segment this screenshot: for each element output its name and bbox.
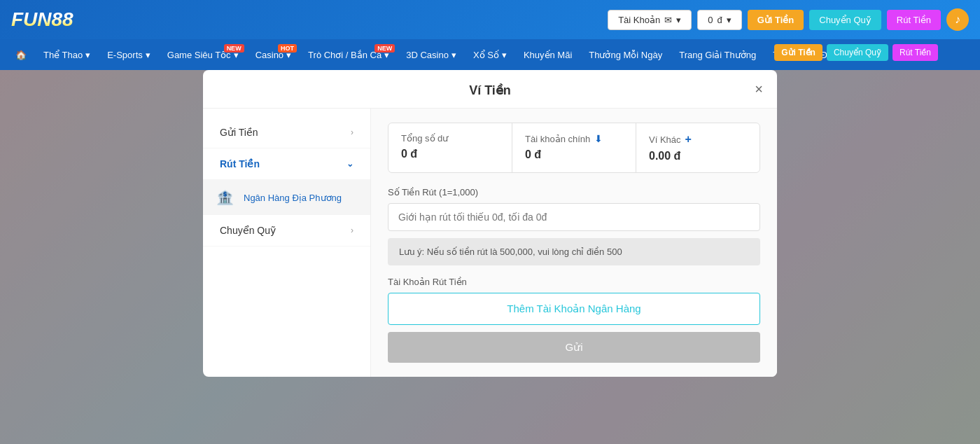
sidebar-ngan-hang-label: Ngân Hàng Địa Phương — [244, 193, 342, 203]
nav-game-sieu-toc-label: Game Siêu Tốc — [167, 50, 231, 60]
account-label: Tài Khoản — [618, 15, 660, 25]
bank-icon: 🏦 — [214, 187, 235, 208]
modal-title: Ví Tiền — [469, 83, 511, 98]
submit-button[interactable]: Gửi — [388, 332, 760, 363]
balance-row: Tổng số dư 0 đ Tài khoản chính ⬇ 0 đ Ví … — [388, 123, 760, 173]
tai-khoan-chinh-value: 0 đ — [525, 148, 623, 161]
bank-section-label: Tài Khoản Rút Tiền — [388, 277, 760, 287]
sidebar-chuyen-quy-label: Chuyển Quỹ — [220, 225, 276, 236]
sidebar-rut-tien-chevron: ⌄ — [346, 159, 354, 169]
nav-xo-so-label: Xổ Số — [473, 50, 499, 60]
amount-input[interactable] — [388, 203, 760, 231]
nav-the-thao[interactable]: Thể Thao ▾ — [36, 46, 97, 64]
nav-trang-giai-thuong-label: Trang Giải Thưởng — [679, 50, 756, 60]
nav-tro-choi-label: Trò Chơi / Bắn Cá — [308, 50, 382, 60]
gui-tien-button[interactable]: Gửi Tiền — [748, 10, 804, 30]
header-nav-overlay: Gửi Tiền Chuyển Quỹ Rút Tiền — [774, 39, 938, 66]
logo: FUN88 — [11, 8, 74, 31]
tro-choi-badge: NEW — [374, 44, 395, 53]
form-note: Lưu ý: Nếu số tiền rút là 500,000, vui l… — [388, 238, 760, 265]
game-sieu-toc-badge: NEW — [224, 44, 244, 53]
nav-casino[interactable]: HOT Casino ▾ — [248, 46, 298, 64]
nav-home[interactable]: 🏠 — [8, 46, 34, 64]
sidebar-gui-tien-label: Gửi Tiền — [220, 127, 258, 138]
sidebar-rut-tien-label: Rút Tiền — [220, 158, 260, 169]
nav-game-sieu-toc[interactable]: NEW Game Siêu Tốc ▾ — [160, 46, 246, 64]
tong-so-du-card: Tổng số dư 0 đ — [388, 123, 512, 172]
rut-tien-button[interactable]: Rút Tiền — [887, 10, 941, 30]
tong-so-du-label: Tổng số dư — [401, 133, 499, 144]
overlay-rut-tien-button[interactable]: Rút Tiền — [892, 44, 938, 61]
nav-esports-chevron: ▾ — [146, 50, 150, 60]
nav-khuyen-mai-label: Khuyến Mãi — [524, 50, 572, 60]
nav-the-thao-label: Thể Thao — [43, 50, 83, 60]
nav-esports-label: E-Sports — [107, 50, 143, 60]
add-vi-khac-icon[interactable]: + — [685, 133, 692, 146]
nav-3d-casino[interactable]: 3D Casino ▾ — [399, 46, 463, 64]
modal-header: Ví Tiền × — [203, 70, 777, 109]
balance-button[interactable]: 0 đ ▾ — [697, 10, 741, 30]
sidebar-chuyen-quy[interactable]: Chuyển Quỹ › — [203, 215, 370, 247]
sidebar-rut-tien[interactable]: Rút Tiền ⌄ — [203, 148, 370, 180]
home-icon: 🏠 — [15, 50, 27, 60]
vi-khac-label: Ví Khác + — [649, 133, 747, 146]
nav-esports[interactable]: E-Sports ▾ — [100, 46, 158, 64]
nav-thuong-moi-ngay[interactable]: Thưởng Mỗi Ngày — [582, 46, 669, 64]
user-avatar[interactable]: ♪ — [946, 8, 969, 31]
account-mail-icon: ✉ — [664, 15, 672, 25]
tai-khoan-chinh-card: Tài khoản chính ⬇ 0 đ — [512, 123, 636, 172]
balance-dropdown-icon: ▾ — [727, 15, 732, 25]
nav-xo-so-chevron: ▾ — [502, 50, 507, 60]
nav-trang-giai-thuong[interactable]: Trang Giải Thưởng — [672, 46, 763, 64]
modal-main: Tổng số dư 0 đ Tài khoản chính ⬇ 0 đ Ví … — [371, 109, 777, 377]
account-dropdown-icon: ▾ — [676, 15, 681, 25]
tong-so-du-value: 0 đ — [401, 148, 499, 160]
overlay-chuyen-quy-button[interactable]: Chuyển Quỹ — [827, 44, 888, 61]
sidebar-chuyen-quy-chevron: › — [351, 226, 354, 235]
nav-thuong-moi-ngay-label: Thưởng Mỗi Ngày — [589, 50, 662, 60]
nav-3d-casino-label: 3D Casino — [406, 50, 449, 60]
tai-khoan-chinh-label: Tài khoản chính ⬇ — [525, 133, 623, 144]
account-button[interactable]: Tài Khoản ✉ ▾ — [608, 10, 692, 30]
currency-label: đ — [717, 15, 722, 25]
casino-badge: HOT — [278, 44, 297, 53]
chuyen-quy-button[interactable]: Chuyển Quỹ — [809, 10, 881, 30]
vi-khac-value: 0.00 đ — [649, 150, 747, 162]
balance-value: 0 — [708, 15, 713, 25]
vi-tien-modal: Ví Tiền × Gửi Tiền › Rút Tiền ⌄ 🏦 Ngân H… — [203, 70, 777, 377]
modal-sidebar: Gửi Tiền › Rút Tiền ⌄ 🏦 Ngân Hàng Địa Ph… — [203, 109, 371, 377]
add-bank-button[interactable]: Thêm Tài Khoản Ngân Hàng — [388, 293, 760, 325]
nav-tro-choi[interactable]: NEW Trò Chơi / Bắn Cá ▾ — [301, 46, 396, 64]
sidebar-ngan-hang[interactable]: 🏦 Ngân Hàng Địa Phương — [203, 180, 370, 215]
download-icon[interactable]: ⬇ — [594, 133, 603, 144]
header: FUN88 Tài Khoản ✉ ▾ 0 đ ▾ Gửi Tiền Chuyể… — [0, 0, 980, 39]
vi-khac-card: Ví Khác + 0.00 đ — [636, 123, 760, 172]
nav-3d-casino-chevron: ▾ — [451, 50, 456, 60]
amount-label: Số Tiền Rút (1=1,000) — [388, 187, 760, 197]
modal-close-button[interactable]: × — [755, 82, 763, 96]
sidebar-gui-tien-chevron: › — [351, 127, 354, 137]
modal-body: Gửi Tiền › Rút Tiền ⌄ 🏦 Ngân Hàng Địa Ph… — [203, 109, 777, 377]
nav-khuyen-mai[interactable]: Khuyến Mãi — [517, 46, 579, 64]
nav-xo-so[interactable]: Xổ Số ▾ — [466, 46, 514, 64]
header-right: Tài Khoản ✉ ▾ 0 đ ▾ Gửi Tiền Chuyển Quỹ … — [608, 8, 969, 31]
nav-the-thao-chevron: ▾ — [85, 50, 90, 60]
overlay-gui-tien-button[interactable]: Gửi Tiền — [774, 44, 822, 61]
sidebar-gui-tien[interactable]: Gửi Tiền › — [203, 117, 370, 148]
